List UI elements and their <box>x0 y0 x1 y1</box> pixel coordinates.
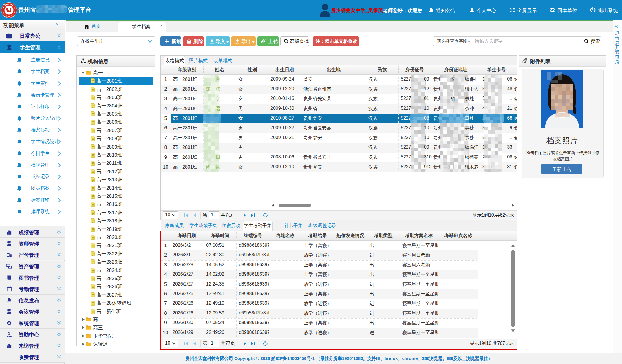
svg-text:GUIZHOU 1925: GUIZHOU 1925 <box>4 16 14 17</box>
svg-text:WENGAN SCHOOL: WENGAN SCHOOL <box>3 4 15 5</box>
